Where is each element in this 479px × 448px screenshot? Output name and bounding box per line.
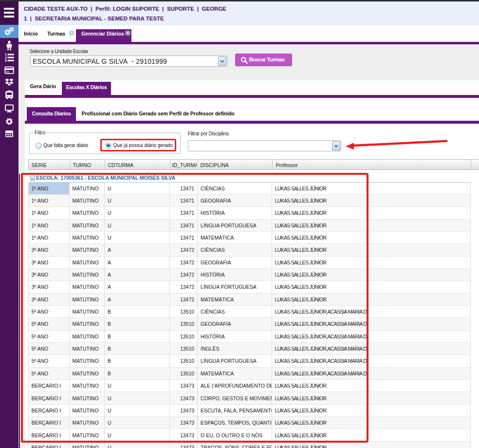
svg-text:3: 3 (5, 59, 7, 62)
